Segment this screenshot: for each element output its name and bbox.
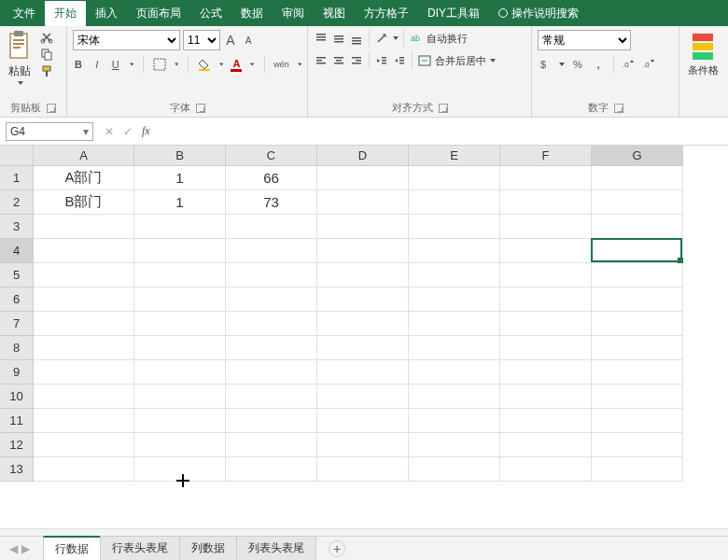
- cell-E5[interactable]: [409, 263, 500, 287]
- font-size-select[interactable]: 11: [183, 30, 220, 50]
- cell-F11[interactable]: [500, 409, 592, 433]
- row-header-13[interactable]: 13: [0, 457, 34, 482]
- cell-E6[interactable]: [409, 287, 500, 312]
- cell-F12[interactable]: [500, 433, 592, 457]
- increase-font-icon[interactable]: A: [223, 33, 238, 48]
- cell-F5[interactable]: [500, 263, 592, 287]
- column-header-D[interactable]: D: [317, 146, 409, 166]
- cell-C8[interactable]: [226, 336, 317, 360]
- cell-B4[interactable]: [134, 239, 226, 263]
- menu-item-5[interactable]: 数据: [231, 1, 273, 26]
- menu-item-3[interactable]: 页面布局: [127, 1, 190, 26]
- cell-A3[interactable]: [34, 215, 134, 239]
- number-launcher[interactable]: [614, 104, 623, 113]
- help-search[interactable]: 操作说明搜索: [489, 1, 588, 26]
- align-right-button[interactable]: [349, 53, 364, 68]
- cell-D11[interactable]: [317, 409, 409, 433]
- cell-C1[interactable]: 66: [226, 166, 317, 190]
- cell-F4[interactable]: [500, 239, 592, 263]
- cell-D7[interactable]: [317, 312, 409, 336]
- increase-indent-button[interactable]: [392, 53, 407, 68]
- align-left-button[interactable]: [314, 53, 329, 68]
- align-bottom-button[interactable]: [349, 31, 364, 46]
- row-header-6[interactable]: 6: [0, 287, 34, 312]
- cell-D8[interactable]: [317, 336, 409, 360]
- menu-item-1[interactable]: 开始: [45, 1, 86, 26]
- paste-button[interactable]: 粘贴: [6, 30, 34, 85]
- cell-G6[interactable]: [592, 287, 683, 312]
- name-box-dropdown[interactable]: ▾: [83, 125, 89, 138]
- merge-icon[interactable]: [417, 53, 432, 68]
- conditional-format-button[interactable]: 条件格: [685, 30, 721, 77]
- cell-A2[interactable]: B部门: [34, 190, 134, 215]
- cell-G10[interactable]: [592, 385, 683, 409]
- decrease-decimal-button[interactable]: .0: [642, 57, 657, 72]
- cell-D4[interactable]: [317, 239, 409, 263]
- cell-E4[interactable]: [409, 239, 500, 263]
- cell-A9[interactable]: [34, 360, 134, 385]
- sheet-tab-1[interactable]: 行表头表尾: [100, 536, 180, 560]
- column-header-G[interactable]: G: [592, 146, 683, 166]
- row-header-4[interactable]: 4: [0, 239, 34, 263]
- decrease-indent-button[interactable]: [374, 53, 389, 68]
- column-header-E[interactable]: E: [409, 146, 500, 166]
- menu-item-8[interactable]: 方方格子: [355, 1, 418, 26]
- row-header-9[interactable]: 9: [0, 360, 34, 385]
- cell-F10[interactable]: [500, 385, 592, 409]
- phonetic-button[interactable]: wén: [274, 57, 289, 72]
- column-header-C[interactable]: C: [226, 146, 317, 166]
- sheet-tab-3[interactable]: 列表头表尾: [236, 536, 316, 560]
- cell-D13[interactable]: [317, 457, 409, 482]
- cell-A6[interactable]: [34, 287, 134, 312]
- wrap-text-button[interactable]: ab: [409, 31, 424, 46]
- cell-F6[interactable]: [500, 287, 592, 312]
- cell-A4[interactable]: [34, 239, 134, 263]
- sheet-tab-2[interactable]: 列数据: [179, 536, 237, 560]
- cell-A7[interactable]: [34, 312, 134, 336]
- cut-button[interactable]: [39, 30, 54, 45]
- cell-A5[interactable]: [34, 263, 134, 287]
- cell-D10[interactable]: [317, 385, 409, 409]
- column-header-F[interactable]: F: [500, 146, 592, 166]
- cell-C6[interactable]: [226, 287, 317, 312]
- cell-B12[interactable]: [134, 433, 226, 457]
- row-header-2[interactable]: 2: [0, 190, 34, 215]
- cell-C4[interactable]: [226, 239, 317, 263]
- cell-F2[interactable]: [500, 190, 592, 215]
- menu-item-9[interactable]: DIY工具箱: [418, 1, 489, 26]
- underline-button[interactable]: U: [110, 57, 121, 72]
- cell-F8[interactable]: [500, 336, 592, 360]
- cell-E2[interactable]: [409, 190, 500, 215]
- menu-item-2[interactable]: 插入: [86, 1, 127, 26]
- cell-A10[interactable]: [34, 385, 134, 409]
- cell-E8[interactable]: [409, 336, 500, 360]
- cell-G12[interactable]: [592, 433, 683, 457]
- wrap-text-label[interactable]: 自动换行: [427, 32, 468, 46]
- cell-A11[interactable]: [34, 409, 134, 433]
- italic-button[interactable]: I: [91, 57, 103, 72]
- font-color-button[interactable]: A: [231, 57, 242, 72]
- cell-E12[interactable]: [409, 433, 500, 457]
- cell-B6[interactable]: [134, 287, 226, 312]
- row-header-10[interactable]: 10: [0, 385, 34, 409]
- align-top-button[interactable]: [314, 31, 329, 46]
- cell-C12[interactable]: [226, 433, 317, 457]
- sheet-nav-prev[interactable]: ◀: [9, 542, 18, 555]
- cell-B3[interactable]: [134, 215, 226, 239]
- cell-G9[interactable]: [592, 360, 683, 385]
- cell-D3[interactable]: [317, 215, 409, 239]
- cell-D5[interactable]: [317, 263, 409, 287]
- cell-E1[interactable]: [409, 166, 500, 190]
- cell-B13[interactable]: [134, 457, 226, 482]
- cell-G4[interactable]: [592, 239, 683, 263]
- cell-C13[interactable]: [226, 457, 317, 482]
- cell-C3[interactable]: [226, 215, 317, 239]
- cell-A1[interactable]: A部门: [34, 166, 134, 190]
- row-header-3[interactable]: 3: [0, 215, 34, 239]
- cell-C11[interactable]: [226, 409, 317, 433]
- cell-E3[interactable]: [409, 215, 500, 239]
- cell-A12[interactable]: [34, 433, 134, 457]
- cell-B8[interactable]: [134, 336, 226, 360]
- cell-F3[interactable]: [500, 215, 592, 239]
- font-launcher[interactable]: [196, 104, 205, 113]
